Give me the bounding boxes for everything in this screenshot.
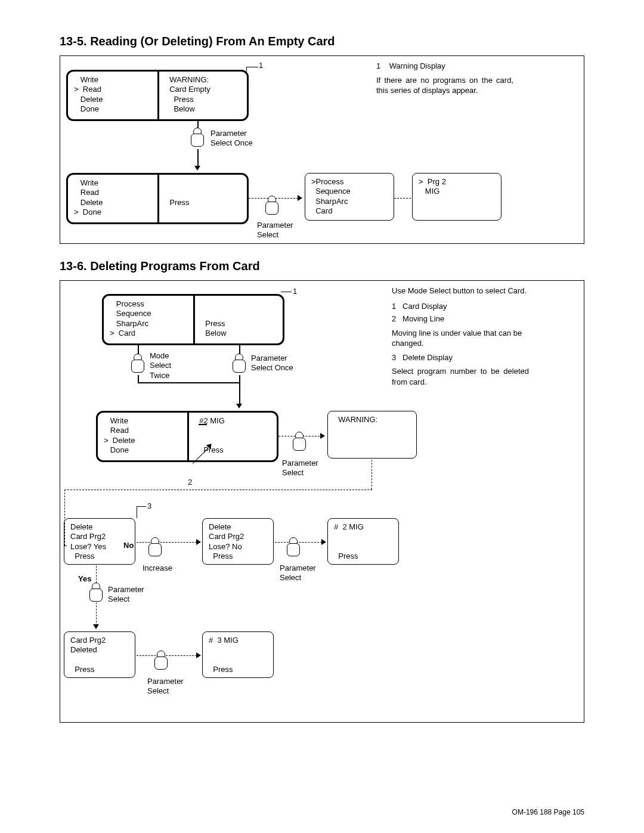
side-num: 1 [376, 61, 380, 70]
fig2-side: Use Mode Select button to select Card. 1… [392, 286, 529, 387]
l: Moving Line [402, 314, 444, 323]
display-pair-2: Write Read Delete > Done Press [66, 173, 249, 224]
display-pair-1: Process Sequence SharpArc > Card Press B… [102, 294, 284, 345]
l: Delete Display [402, 353, 453, 362]
n: 3 [392, 353, 396, 362]
display-prg-2: # 2 MIG Press [327, 518, 399, 565]
action-label: Mode Select Twice [150, 351, 171, 380]
fig1-side: 1 Warning Display If there are no progra… [376, 61, 513, 96]
action-label: Parameter Select Once [251, 354, 293, 373]
press-icon [131, 354, 144, 374]
page-footer: OM-196 188 Page 105 [512, 808, 584, 816]
display-pair-1: Write > Read Delete Done WARNING: Card E… [66, 70, 249, 121]
side-text: If there are no programs on the card, th… [376, 75, 513, 96]
display-prg-3: # 3 MIG Press [202, 631, 274, 678]
press-icon [233, 354, 246, 374]
callout-2: 2 [188, 478, 192, 487]
action-label: Parameter Select [108, 585, 144, 605]
n: 2 [392, 314, 396, 323]
display-deleted: Card Prg2 Deleted Press [64, 631, 135, 678]
display-2-left: Write Read Delete > Done [68, 175, 157, 222]
c: Press Below [193, 296, 283, 343]
section-1-title: 13-5. Reading (Or Deleting) From An Empt… [60, 35, 584, 48]
side-label: Warning Display [389, 61, 445, 70]
n: 1 [392, 302, 396, 311]
press-icon [89, 583, 103, 603]
action-label: Parameter Select [280, 563, 316, 583]
side-intro: Use Mode Select button to select Card. [392, 286, 529, 296]
display-process: >Process Sequence SharpArc Card [305, 173, 394, 221]
c: Write Read > Delete Done [98, 413, 187, 460]
side-mid: Moving line is under value that can be c… [392, 328, 529, 349]
c: #2 MIG Press [187, 413, 277, 460]
press-icon [148, 537, 162, 558]
callout-3: 3 [147, 501, 151, 511]
press-icon [293, 432, 306, 452]
callout-1: 1 [293, 287, 297, 296]
action-label: Increase [143, 563, 172, 573]
display-pair-2: Write Read > Delete Done #2 MIG Press [96, 411, 278, 462]
press-icon [191, 128, 204, 148]
display-1-left: Write > Read Delete Done [68, 72, 157, 119]
display-warning: WARNING: [327, 411, 417, 459]
callout-1: 1 [259, 61, 263, 70]
figure-13-5: 1 1 Warning Display If there are no prog… [60, 55, 584, 244]
press-icon [154, 651, 168, 671]
action-label: Parameter Select [257, 221, 293, 240]
press-icon [265, 196, 278, 216]
action-label: Parameter Select Once [210, 129, 253, 148]
c: Process Sequence SharpArc > Card [104, 296, 193, 343]
display-delete-no: Delete Card Prg2 Lose? No Press [202, 518, 274, 565]
press-icon [287, 537, 300, 558]
section-2-title: 13-6. Deleting Programs From Card [60, 259, 584, 273]
l: Card Display [402, 302, 447, 311]
action-label: Parameter Select [282, 459, 318, 478]
display-prg: > Prg 2 MIG [412, 173, 501, 221]
figure-13-6: 1 Use Mode Select button to select Card.… [60, 280, 584, 723]
action-label: Parameter Select [147, 677, 184, 696]
no-label: No [123, 541, 134, 550]
display-1-right: WARNING: Card Empty Press Below [157, 72, 247, 119]
side-end: Select program number to be deleted from… [392, 366, 529, 387]
display-2-right: Press [157, 175, 247, 222]
